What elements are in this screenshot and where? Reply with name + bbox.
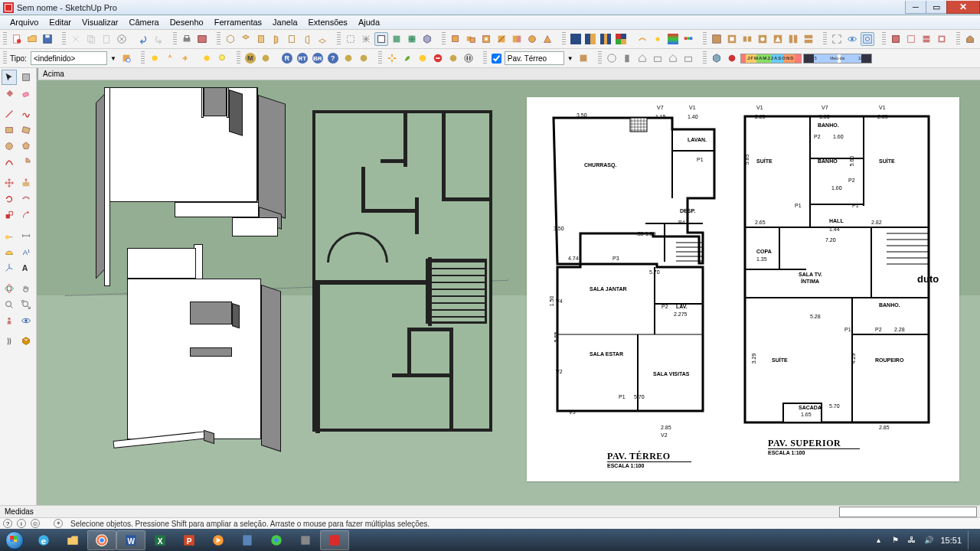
- menu-ferramentas[interactable]: Ferramentas: [209, 16, 267, 28]
- redo-icon[interactable]: [152, 32, 165, 46]
- pan-tool-icon[interactable]: [18, 281, 34, 296]
- measure-input[interactable]: [839, 507, 977, 517]
- followme-icon[interactable]: [18, 191, 34, 207]
- zoom-tool-icon[interactable]: [2, 297, 17, 312]
- minimize-button[interactable]: ─: [905, 1, 926, 14]
- briefcase2-icon[interactable]: [681, 51, 695, 65]
- grip[interactable]: [483, 51, 487, 65]
- pause-icon[interactable]: [462, 51, 475, 65]
- taskbar-ppt-icon[interactable]: P: [175, 530, 204, 550]
- axes-tool-icon[interactable]: [2, 260, 17, 276]
- gold-gear-icon[interactable]: [446, 51, 460, 65]
- copy-icon[interactable]: [84, 32, 98, 46]
- dropdown-arrow-icon[interactable]: ▼: [566, 55, 575, 62]
- warehouse-icon[interactable]: [963, 32, 977, 46]
- grip[interactable]: [3, 51, 7, 65]
- gear-blue2-icon[interactable]: [357, 51, 371, 65]
- sandbox-4[interactable]: [681, 32, 695, 46]
- grip[interactable]: [562, 32, 566, 46]
- dimension-tool-icon[interactable]: [18, 228, 34, 243]
- right-icon[interactable]: [270, 32, 283, 46]
- grip[interactable]: [3, 32, 7, 46]
- select-tool-icon[interactable]: [2, 70, 17, 85]
- type-dropdown[interactable]: [31, 51, 107, 65]
- undo-icon[interactable]: [136, 32, 150, 46]
- solid-tool-6[interactable]: [525, 32, 539, 46]
- grip[interactable]: [141, 51, 145, 65]
- 3dtext-icon[interactable]: A: [18, 260, 34, 276]
- grip[interactable]: [237, 51, 240, 65]
- line-tool-icon[interactable]: [2, 106, 17, 122]
- mono-icon[interactable]: [420, 32, 434, 46]
- gear-gold-icon[interactable]: [259, 51, 273, 65]
- clock[interactable]: 15:51: [940, 536, 962, 545]
- offset-tool-icon[interactable]: [18, 207, 34, 223]
- print-icon[interactable]: [180, 32, 194, 46]
- sun2-icon[interactable]: [200, 51, 214, 65]
- info-icon[interactable]: i: [17, 519, 26, 528]
- layout-3-icon[interactable]: [599, 32, 612, 46]
- grip[interactable]: [62, 32, 66, 46]
- tape-tool-icon[interactable]: [2, 228, 17, 243]
- menu-extensoes[interactable]: Extensões: [303, 16, 353, 28]
- floorplan-image[interactable]: 3.50 V7 V1 1.15 1.40 LAVAN. CHURRASQ. P1…: [527, 97, 959, 481]
- look-around-icon[interactable]: [18, 313, 34, 328]
- start-button[interactable]: [0, 529, 29, 551]
- dropdown-arrow-icon[interactable]: ▼: [109, 55, 118, 62]
- circle-tool-icon[interactable]: [2, 139, 17, 154]
- br-icon[interactable]: BR: [311, 51, 325, 65]
- geo-status-icon[interactable]: ⌖: [54, 519, 63, 528]
- tag-options-icon[interactable]: [577, 51, 590, 65]
- solid-tool-4[interactable]: [495, 32, 508, 46]
- shaded-icon[interactable]: [390, 32, 403, 46]
- menu-editar[interactable]: Editar: [44, 16, 77, 28]
- zoom-extents-icon[interactable]: [830, 32, 844, 46]
- taskbar-explorer-icon[interactable]: [58, 530, 87, 550]
- shadow-opt-icon[interactable]: [725, 51, 739, 65]
- taskbar-sketchup-icon[interactable]: [320, 530, 349, 550]
- rotated-rect-icon[interactable]: [18, 122, 34, 138]
- dc-5-icon[interactable]: [786, 32, 800, 46]
- top-icon[interactable]: [239, 32, 253, 46]
- orbit-tool-icon[interactable]: [2, 281, 17, 296]
- open-icon[interactable]: [25, 32, 39, 46]
- gold-burst-icon[interactable]: [416, 51, 430, 65]
- sandbox-3[interactable]: [666, 32, 680, 46]
- model-info-icon[interactable]: [195, 32, 209, 46]
- grip[interactable]: [882, 32, 886, 46]
- back-icon[interactable]: [285, 32, 299, 46]
- walk-tool-icon[interactable]: [2, 334, 17, 349]
- scale-tool-icon[interactable]: [2, 207, 17, 223]
- leaf-icon[interactable]: [400, 51, 414, 65]
- zoom-extents-tool-icon[interactable]: [18, 297, 34, 312]
- dc-2-icon[interactable]: [740, 32, 754, 46]
- menu-janela[interactable]: Janela: [267, 16, 302, 28]
- light-icon[interactable]: [215, 51, 229, 65]
- delete-icon[interactable]: [115, 32, 129, 46]
- layout-4-icon[interactable]: [614, 32, 628, 46]
- briefcase-icon[interactable]: [651, 51, 665, 65]
- polygon-tool-icon[interactable]: [18, 139, 34, 154]
- model-3d[interactable]: [67, 87, 297, 455]
- taskbar-ie-icon[interactable]: e: [29, 530, 58, 550]
- scene-tab[interactable]: Acima: [37, 68, 980, 80]
- sandbox-2[interactable]: [651, 32, 665, 46]
- tray-flag-icon[interactable]: ⚑: [890, 535, 900, 546]
- xray-icon[interactable]: [344, 32, 358, 46]
- time-slider[interactable]: 05:35Meio-dia18:15: [803, 54, 872, 64]
- house2-icon[interactable]: [666, 51, 680, 65]
- dc-4-icon[interactable]: [771, 32, 785, 46]
- layout-2-icon[interactable]: [584, 32, 598, 46]
- section-fill-icon[interactable]: [935, 32, 949, 46]
- r-icon[interactable]: R: [280, 51, 294, 65]
- solid-tool-3[interactable]: [479, 32, 493, 46]
- menu-arquivo[interactable]: Arquivo: [5, 16, 44, 28]
- month-slider[interactable]: JFMAMJJASOND: [740, 54, 802, 64]
- cancel-icon[interactable]: [431, 51, 445, 65]
- menu-desenho[interactable]: Desenho: [165, 16, 209, 28]
- viewport[interactable]: Acima: [37, 68, 980, 505]
- paint-bucket-icon[interactable]: [2, 86, 17, 101]
- north-icon[interactable]: [163, 51, 177, 65]
- new-icon[interactable]: [10, 32, 24, 46]
- solid-tool-1[interactable]: [449, 32, 462, 46]
